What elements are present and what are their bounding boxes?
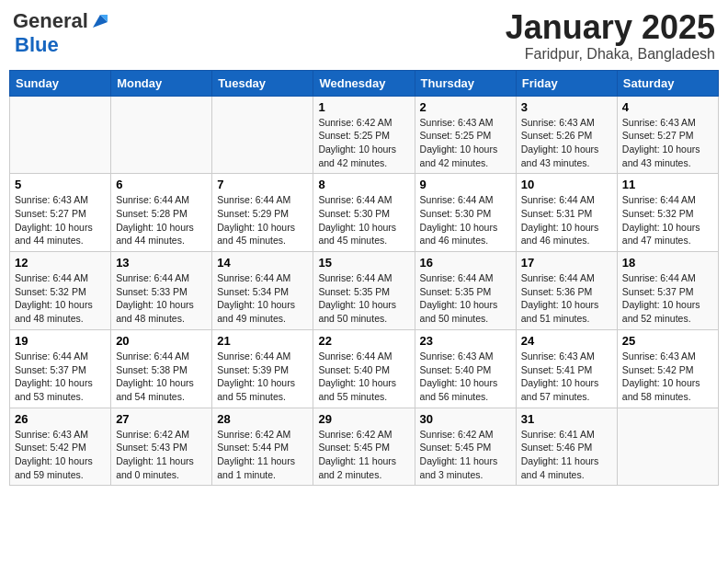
day-number: 13 [116, 256, 207, 270]
day-number: 18 [622, 256, 713, 270]
calendar-cell: 24Sunrise: 6:43 AMSunset: 5:41 PMDayligh… [516, 329, 617, 408]
logo: General Blue [13, 9, 110, 57]
day-header-friday: Friday [516, 70, 617, 96]
day-number: 24 [521, 334, 612, 348]
day-info: Sunrise: 6:43 AMSunset: 5:26 PMDaylight:… [521, 116, 612, 170]
calendar-cell: 27Sunrise: 6:42 AMSunset: 5:43 PMDayligh… [111, 408, 212, 486]
day-info: Sunrise: 6:44 AMSunset: 5:32 PMDaylight:… [15, 271, 106, 326]
logo-icon [89, 13, 109, 29]
calendar-cell: 4Sunrise: 6:43 AMSunset: 5:27 PMDaylight… [617, 96, 718, 174]
day-header-sunday: Sunday [10, 70, 111, 96]
day-number: 22 [318, 334, 409, 348]
day-info: Sunrise: 6:44 AMSunset: 5:37 PMDaylight:… [15, 350, 106, 404]
day-number: 11 [622, 178, 713, 191]
day-number: 14 [217, 256, 308, 270]
day-info: Sunrise: 6:43 AMSunset: 5:42 PMDaylight:… [622, 350, 713, 404]
day-info: Sunrise: 6:42 AMSunset: 5:45 PMDaylight:… [420, 428, 511, 482]
day-number: 28 [217, 412, 308, 426]
calendar-cell: 31Sunrise: 6:41 AMSunset: 5:46 PMDayligh… [516, 408, 617, 486]
calendar-header-row: SundayMondayTuesdayWednesdayThursdayFrid… [10, 70, 719, 96]
day-info: Sunrise: 6:43 AMSunset: 5:27 PMDaylight:… [15, 193, 106, 247]
day-info: Sunrise: 6:42 AMSunset: 5:43 PMDaylight:… [116, 428, 207, 482]
day-info: Sunrise: 6:44 AMSunset: 5:38 PMDaylight:… [116, 350, 207, 404]
calendar-cell: 11Sunrise: 6:44 AMSunset: 5:32 PMDayligh… [617, 174, 718, 252]
calendar-cell: 13Sunrise: 6:44 AMSunset: 5:33 PMDayligh… [111, 252, 212, 330]
calendar-cell: 9Sunrise: 6:44 AMSunset: 5:30 PMDaylight… [415, 174, 516, 252]
day-info: Sunrise: 6:44 AMSunset: 5:29 PMDaylight:… [217, 193, 308, 247]
day-info: Sunrise: 6:44 AMSunset: 5:30 PMDaylight:… [318, 193, 409, 247]
calendar-cell: 21Sunrise: 6:44 AMSunset: 5:39 PMDayligh… [212, 329, 313, 408]
calendar-cell: 18Sunrise: 6:44 AMSunset: 5:37 PMDayligh… [617, 252, 718, 330]
day-number: 25 [622, 334, 713, 348]
day-header-wednesday: Wednesday [313, 70, 415, 96]
day-info: Sunrise: 6:44 AMSunset: 5:30 PMDaylight:… [420, 193, 511, 247]
calendar-cell: 30Sunrise: 6:42 AMSunset: 5:45 PMDayligh… [415, 408, 516, 486]
calendar-cell: 2Sunrise: 6:43 AMSunset: 5:25 PMDaylight… [415, 96, 516, 174]
day-info: Sunrise: 6:41 AMSunset: 5:46 PMDaylight:… [521, 428, 612, 482]
calendar-cell: 14Sunrise: 6:44 AMSunset: 5:34 PMDayligh… [212, 252, 313, 330]
day-info: Sunrise: 6:42 AMSunset: 5:45 PMDaylight:… [318, 428, 409, 482]
day-number: 16 [420, 256, 511, 270]
calendar-cell: 28Sunrise: 6:42 AMSunset: 5:44 PMDayligh… [212, 408, 313, 486]
day-number: 29 [318, 412, 409, 426]
day-number: 27 [116, 412, 207, 426]
day-info: Sunrise: 6:44 AMSunset: 5:34 PMDaylight:… [217, 271, 308, 326]
calendar-cell: 6Sunrise: 6:44 AMSunset: 5:28 PMDaylight… [111, 174, 212, 252]
calendar-cell: 19Sunrise: 6:44 AMSunset: 5:37 PMDayligh… [10, 329, 111, 408]
day-header-tuesday: Tuesday [212, 70, 313, 96]
day-info: Sunrise: 6:43 AMSunset: 5:25 PMDaylight:… [420, 116, 511, 170]
calendar-week-row: 12Sunrise: 6:44 AMSunset: 5:32 PMDayligh… [10, 252, 719, 330]
day-number: 12 [15, 256, 106, 270]
day-number: 6 [116, 178, 207, 191]
day-number: 5 [15, 178, 106, 191]
day-header-thursday: Thursday [415, 70, 516, 96]
day-info: Sunrise: 6:44 AMSunset: 5:28 PMDaylight:… [116, 193, 207, 247]
calendar-title: January 2025 [506, 9, 715, 46]
day-number: 10 [521, 178, 612, 191]
day-info: Sunrise: 6:44 AMSunset: 5:40 PMDaylight:… [318, 350, 409, 404]
calendar-week-row: 5Sunrise: 6:43 AMSunset: 5:27 PMDaylight… [10, 174, 719, 252]
day-info: Sunrise: 6:43 AMSunset: 5:42 PMDaylight:… [15, 428, 106, 482]
calendar-cell: 12Sunrise: 6:44 AMSunset: 5:32 PMDayligh… [10, 252, 111, 330]
day-number: 20 [116, 334, 207, 348]
logo-general: General [13, 9, 88, 33]
calendar-cell: 1Sunrise: 6:42 AMSunset: 5:25 PMDaylight… [313, 96, 415, 174]
calendar-cell: 20Sunrise: 6:44 AMSunset: 5:38 PMDayligh… [111, 329, 212, 408]
title-area: January 2025 Faridpur, Dhaka, Bangladesh [506, 9, 715, 63]
day-number: 1 [318, 100, 409, 114]
day-number: 7 [217, 178, 308, 191]
calendar-week-row: 19Sunrise: 6:44 AMSunset: 5:37 PMDayligh… [10, 329, 719, 408]
calendar-cell: 8Sunrise: 6:44 AMSunset: 5:30 PMDaylight… [313, 174, 415, 252]
day-info: Sunrise: 6:43 AMSunset: 5:41 PMDaylight:… [521, 350, 612, 404]
calendar-cell: 7Sunrise: 6:44 AMSunset: 5:29 PMDaylight… [212, 174, 313, 252]
day-info: Sunrise: 6:44 AMSunset: 5:31 PMDaylight:… [521, 193, 612, 247]
day-info: Sunrise: 6:44 AMSunset: 5:35 PMDaylight:… [318, 271, 409, 326]
calendar-week-row: 26Sunrise: 6:43 AMSunset: 5:42 PMDayligh… [10, 408, 719, 486]
day-info: Sunrise: 6:44 AMSunset: 5:32 PMDaylight:… [622, 193, 713, 247]
calendar-table: SundayMondayTuesdayWednesdayThursdayFrid… [9, 70, 719, 487]
calendar-subtitle: Faridpur, Dhaka, Bangladesh [506, 46, 715, 63]
day-info: Sunrise: 6:42 AMSunset: 5:25 PMDaylight:… [318, 116, 409, 170]
day-number: 31 [521, 412, 612, 426]
day-header-monday: Monday [111, 70, 212, 96]
calendar-cell [10, 96, 111, 174]
day-header-saturday: Saturday [617, 70, 718, 96]
day-number: 2 [420, 100, 511, 114]
calendar-cell: 16Sunrise: 6:44 AMSunset: 5:35 PMDayligh… [415, 252, 516, 330]
calendar-week-row: 1Sunrise: 6:42 AMSunset: 5:25 PMDaylight… [10, 96, 719, 174]
page-header: General Blue January 2025 Faridpur, Dhak… [9, 9, 719, 63]
calendar-cell [111, 96, 212, 174]
day-info: Sunrise: 6:44 AMSunset: 5:36 PMDaylight:… [521, 271, 612, 326]
day-info: Sunrise: 6:43 AMSunset: 5:27 PMDaylight:… [622, 116, 713, 170]
day-info: Sunrise: 6:44 AMSunset: 5:39 PMDaylight:… [217, 350, 308, 404]
day-info: Sunrise: 6:42 AMSunset: 5:44 PMDaylight:… [217, 428, 308, 482]
logo-blue: Blue [15, 33, 59, 57]
calendar-cell: 26Sunrise: 6:43 AMSunset: 5:42 PMDayligh… [10, 408, 111, 486]
calendar-cell: 25Sunrise: 6:43 AMSunset: 5:42 PMDayligh… [617, 329, 718, 408]
calendar-cell: 3Sunrise: 6:43 AMSunset: 5:26 PMDaylight… [516, 96, 617, 174]
day-number: 26 [15, 412, 106, 426]
calendar-cell: 5Sunrise: 6:43 AMSunset: 5:27 PMDaylight… [10, 174, 111, 252]
day-info: Sunrise: 6:44 AMSunset: 5:37 PMDaylight:… [622, 271, 713, 326]
calendar-cell [617, 408, 718, 486]
calendar-cell: 22Sunrise: 6:44 AMSunset: 5:40 PMDayligh… [313, 329, 415, 408]
